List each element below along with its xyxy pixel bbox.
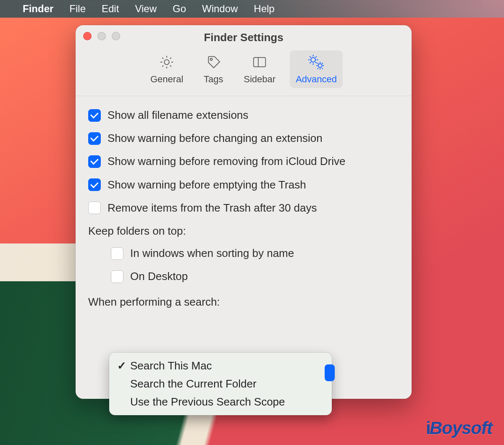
menubar: Finder File Edit View Go Window Help: [0, 0, 504, 18]
svg-point-0: [164, 60, 169, 65]
checkbox-icon[interactable]: [88, 202, 101, 214]
menubar-item-edit[interactable]: Edit: [102, 3, 119, 15]
svg-point-1: [210, 58, 213, 60]
search-scope-popup: ✓ Search This Mac Search the Current Fol…: [109, 353, 332, 415]
popup-item-previous-search-scope[interactable]: Use the Previous Search Scope: [109, 393, 332, 411]
tab-tags[interactable]: Tags: [197, 50, 229, 88]
window-close-button[interactable]: [83, 32, 92, 40]
menubar-item-go[interactable]: Go: [173, 3, 186, 15]
gear-icon: [157, 53, 177, 71]
checkbox-label: Remove items from the Trash after 30 day…: [108, 202, 317, 215]
checkbox-folders-top-windows[interactable]: In windows when sorting by name: [111, 247, 399, 260]
checkmark-icon: ✓: [117, 359, 127, 372]
checkbox-icon[interactable]: [88, 155, 101, 168]
menubar-app-name[interactable]: Finder: [23, 3, 53, 15]
checkbox-label: On Desktop: [130, 270, 188, 283]
settings-toolbar: General Tags: [76, 46, 412, 96]
keep-folders-label: Keep folders on top:: [88, 225, 399, 238]
popup-item-search-this-mac[interactable]: ✓ Search This Mac: [109, 357, 332, 375]
advanced-pane: Show all filename extensions Show warnin…: [76, 96, 412, 309]
svg-rect-2: [254, 58, 266, 67]
traffic-lights: [83, 32, 120, 40]
checkbox-warn-change-extension[interactable]: Show warning before changing an extensio…: [88, 132, 399, 145]
tab-tags-label: Tags: [204, 74, 223, 85]
tag-icon: [203, 53, 223, 71]
checkbox-label: In windows when sorting by name: [130, 247, 294, 260]
window-minimize-button[interactable]: [97, 32, 106, 40]
checkbox-folders-top-desktop[interactable]: On Desktop: [111, 270, 399, 283]
window-title: Finder Settings: [204, 31, 283, 44]
tab-sidebar-label: Sidebar: [244, 74, 276, 85]
menubar-item-view[interactable]: View: [135, 3, 157, 15]
checkbox-icon[interactable]: [111, 247, 123, 260]
tab-sidebar[interactable]: Sidebar: [238, 50, 281, 88]
menubar-item-help[interactable]: Help: [254, 3, 274, 15]
checkbox-icon[interactable]: [111, 270, 123, 283]
checkbox-label: Show warning before emptying the Trash: [108, 178, 306, 191]
checkbox-label: Show warning before removing from iCloud…: [108, 155, 345, 168]
watermark-text: Boysoft: [430, 418, 492, 438]
checkbox-label: Show warning before changing an extensio…: [108, 132, 323, 145]
popup-item-label: Search the Current Folder: [130, 377, 257, 390]
menubar-item-window[interactable]: Window: [202, 3, 238, 15]
titlebar: Finder Settings: [76, 25, 412, 46]
checkbox-remove-trash-30days[interactable]: Remove items from the Trash after 30 day…: [88, 202, 399, 215]
checkbox-warn-remove-icloud[interactable]: Show warning before removing from iCloud…: [88, 155, 399, 168]
search-scope-label: When performing a search:: [88, 296, 399, 309]
svg-point-4: [311, 58, 315, 62]
desktop: Finder File Edit View Go Window Help Fin…: [0, 0, 504, 445]
checkbox-show-extensions[interactable]: Show all filename extensions: [88, 109, 399, 122]
popup-button-stepper-icon[interactable]: [325, 364, 335, 381]
checkbox-warn-empty-trash[interactable]: Show warning before emptying the Trash: [88, 178, 399, 191]
tab-general-label: General: [150, 74, 183, 85]
svg-point-5: [318, 64, 322, 68]
popup-item-search-current-folder[interactable]: Search the Current Folder: [109, 375, 332, 393]
gears-icon: [306, 53, 326, 71]
tab-general[interactable]: General: [144, 50, 189, 88]
tab-advanced-label: Advanced: [296, 74, 337, 85]
checkbox-icon[interactable]: [88, 178, 101, 191]
window-zoom-button[interactable]: [112, 32, 120, 40]
checkbox-icon[interactable]: [88, 132, 101, 145]
popup-item-label: Use the Previous Search Scope: [130, 395, 285, 408]
watermark: iBoysoft: [426, 418, 492, 438]
sidebar-icon: [249, 53, 270, 71]
checkbox-icon[interactable]: [88, 109, 101, 122]
tab-advanced[interactable]: Advanced: [290, 50, 343, 88]
popup-item-label: Search This Mac: [130, 359, 212, 372]
menubar-item-file[interactable]: File: [69, 3, 86, 15]
checkbox-label: Show all filename extensions: [108, 109, 248, 122]
finder-settings-window: Finder Settings General: [76, 25, 412, 399]
